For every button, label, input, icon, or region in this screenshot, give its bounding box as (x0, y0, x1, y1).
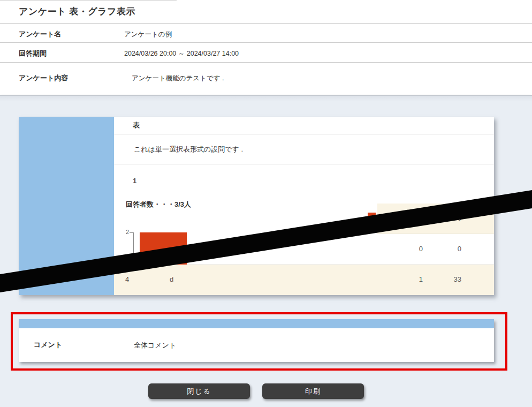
respondents-count-label: 回答者数・・・3/3人 (126, 200, 191, 209)
survey-result-panel: 表 これは単一選択表形式の設問です . 1 回答者数・・・3/3人 0 0 0 … (19, 117, 494, 295)
comment-panel: コメント 全体コメント (19, 319, 494, 362)
divider (0, 23, 532, 24)
row2-percent-value: 0 (445, 245, 461, 253)
field-value-survey-name: アンケートの例 (124, 30, 172, 39)
comment-value: 全体コメント (134, 341, 176, 350)
row3-percent-value: 33 (445, 275, 461, 283)
chart-legend-marker-icon (368, 213, 376, 219)
field-label-survey-name: アンケート名 (19, 29, 61, 39)
top-border-line (0, 0, 177, 1)
row3-choice-label: d (165, 275, 178, 283)
table-row (377, 204, 494, 234)
close-button[interactable]: 閉じる (148, 383, 250, 399)
comment-panel-header-bar (19, 319, 494, 328)
row3-number: 4 (120, 275, 134, 283)
comment-panel-body: コメント 全体コメント (19, 328, 494, 362)
divider (0, 42, 532, 43)
field-value-survey-content: アンケート機能のテストです . (132, 74, 224, 83)
print-button[interactable]: 印刷 (262, 383, 364, 399)
row2-count-value: 0 (407, 245, 423, 253)
question-description: これは単一選択表形式の設問です . (114, 134, 494, 164)
chart-y-axis-line (133, 232, 134, 265)
row3-count-value: 1 (407, 275, 423, 283)
field-label-response-period: 回答期間 (19, 49, 47, 58)
question-type-header: 表 (114, 117, 494, 134)
field-value-response-period: 2024/03/26 20:00 ～ 2024/03/27 14:00 (124, 49, 239, 58)
row1-percent-value: 0 (445, 214, 461, 222)
question-sidebar (19, 117, 114, 295)
field-label-survey-content: アンケート内容 (19, 73, 68, 83)
divider (0, 62, 532, 63)
comment-highlight-box: コメント 全体コメント (11, 312, 507, 371)
chart-y-axis-tick-label: 2 (120, 229, 129, 235)
chart-bar (140, 232, 187, 265)
comment-label: コメント (34, 340, 62, 350)
page-title: アンケート 表・グラフ表示 (19, 5, 135, 18)
question-number: 1 (133, 177, 136, 185)
